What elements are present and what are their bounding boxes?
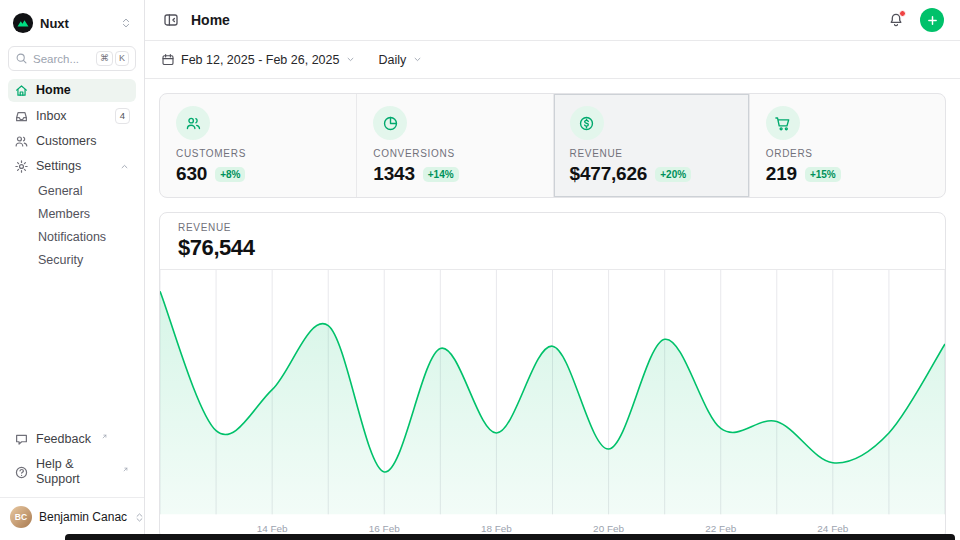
- sidebar-collapse-button[interactable]: [161, 10, 181, 30]
- search-shortcut: ⌘ K: [96, 51, 129, 66]
- stat-value: $477,626: [570, 163, 648, 185]
- sidebar-nav: Home Inbox 4 Customers Settings: [8, 79, 136, 272]
- chevrons-up-down-icon: [134, 512, 145, 523]
- header-actions: [886, 8, 944, 32]
- main-area: Home Feb 12, 2: [145, 0, 960, 540]
- sidebar-item-label: Settings: [36, 159, 81, 174]
- filter-toolbar: Feb 12, 2025 - Feb 26, 2025 Daily: [145, 41, 960, 79]
- svg-text:24 Feb: 24 Feb: [817, 523, 848, 534]
- sidebar-spacer: [8, 272, 136, 428]
- calendar-icon: [161, 53, 175, 67]
- settings-subnav: General Members Notifications Security: [8, 180, 136, 272]
- shopping-cart-icon: [766, 106, 800, 140]
- sidebar-item-general[interactable]: General: [8, 180, 136, 203]
- chart-title: REVENUE: [178, 222, 927, 233]
- chevron-down-icon: [412, 54, 423, 65]
- home-icon: [14, 83, 29, 98]
- help-circle-icon: [14, 465, 29, 480]
- notification-dot: [899, 10, 906, 17]
- stat-value: 219: [766, 163, 797, 185]
- sidebar-item-home[interactable]: Home: [8, 79, 136, 102]
- stat-card-orders[interactable]: ORDERS 219 +15%: [749, 94, 945, 197]
- k-key: K: [115, 51, 129, 66]
- sidebar-item-label: Security: [38, 253, 83, 268]
- bottom-bar: [65, 534, 955, 540]
- dashboard-app: Nuxt Search... ⌘ K Home: [0, 0, 960, 540]
- search-icon: [15, 52, 28, 65]
- content-area: CUSTOMERS 630 +8% CONVERSIONS 1343 +14%: [145, 79, 960, 540]
- svg-text:22 Feb: 22 Feb: [705, 523, 736, 534]
- svg-text:14 Feb: 14 Feb: [257, 523, 288, 534]
- panel-left-close-icon: [163, 12, 179, 28]
- gear-icon: [14, 159, 29, 174]
- chevrons-up-down-icon: [120, 17, 132, 29]
- external-link-icon: [121, 465, 130, 474]
- dollar-circle-icon: [570, 106, 604, 140]
- cmd-key: ⌘: [96, 51, 113, 66]
- sidebar-item-label: Customers: [36, 134, 96, 149]
- sidebar-item-members[interactable]: Members: [8, 203, 136, 226]
- sidebar-item-help-support[interactable]: Help & Support: [8, 453, 136, 491]
- date-range-value: Feb 12, 2025 - Feb 26, 2025: [181, 53, 339, 67]
- chart-pie-icon: [373, 106, 407, 140]
- message-bubble-icon: [14, 432, 29, 447]
- add-button[interactable]: [920, 8, 944, 32]
- sidebar-item-inbox[interactable]: Inbox 4: [8, 104, 136, 128]
- page-header: Home: [145, 0, 960, 41]
- stat-label: CUSTOMERS: [176, 148, 246, 159]
- sidebar-item-label: Notifications: [38, 230, 106, 245]
- interval-value: Daily: [378, 53, 406, 67]
- stat-change-badge: +15%: [805, 167, 841, 182]
- sidebar-footer-nav: Feedback Help & Support: [8, 428, 136, 491]
- user-menu[interactable]: BC Benjamin Canac: [0, 497, 144, 532]
- sidebar-item-label: Feedback: [36, 432, 91, 447]
- page-title: Home: [191, 12, 230, 28]
- search-placeholder: Search...: [33, 53, 79, 65]
- revenue-chart-card: REVENUE $76,544 14 Feb16 Feb18 Feb20 Feb…: [159, 212, 946, 540]
- revenue-chart: 14 Feb16 Feb18 Feb20 Feb22 Feb24 Feb: [160, 270, 945, 539]
- sidebar-item-label: Home: [36, 83, 71, 98]
- sidebar-item-label: General: [38, 184, 82, 199]
- svg-text:20 Feb: 20 Feb: [593, 523, 624, 534]
- chevron-down-icon: [345, 54, 356, 65]
- inbox-count-badge: 4: [115, 108, 130, 124]
- stat-card-conversions[interactable]: CONVERSIONS 1343 +14%: [356, 94, 552, 197]
- stat-change-badge: +20%: [655, 167, 691, 182]
- search-input[interactable]: Search... ⌘ K: [8, 46, 136, 71]
- team-switcher[interactable]: Nuxt: [8, 8, 136, 38]
- stat-label: ORDERS: [766, 148, 813, 159]
- stats-grid: CUSTOMERS 630 +8% CONVERSIONS 1343 +14%: [159, 93, 946, 198]
- plus-icon: [926, 14, 939, 27]
- users-icon: [14, 134, 29, 149]
- sidebar: Nuxt Search... ⌘ K Home: [0, 0, 145, 540]
- stat-card-customers[interactable]: CUSTOMERS 630 +8%: [160, 94, 356, 197]
- sidebar-item-security[interactable]: Security: [8, 249, 136, 272]
- sidebar-item-label: Members: [38, 207, 90, 222]
- sidebar-item-notifications[interactable]: Notifications: [8, 226, 136, 249]
- notifications-button[interactable]: [886, 10, 906, 30]
- nuxt-logo-icon: [12, 12, 34, 34]
- svg-text:18 Feb: 18 Feb: [481, 523, 512, 534]
- chevron-up-icon: [119, 161, 130, 172]
- interval-select[interactable]: Daily: [378, 53, 423, 67]
- user-name: Benjamin Canac: [39, 510, 127, 524]
- stat-label: CONVERSIONS: [373, 148, 455, 159]
- sidebar-item-settings[interactable]: Settings: [8, 155, 136, 178]
- brand-name: Nuxt: [40, 16, 69, 31]
- external-link-icon: [100, 432, 109, 441]
- stat-change-badge: +8%: [215, 167, 245, 182]
- users-icon: [176, 106, 210, 140]
- stat-change-badge: +14%: [423, 167, 459, 182]
- date-range-picker[interactable]: Feb 12, 2025 - Feb 26, 2025: [161, 53, 356, 67]
- svg-text:16 Feb: 16 Feb: [369, 523, 400, 534]
- stat-value: 630: [176, 163, 207, 185]
- inbox-icon: [14, 109, 29, 124]
- user-avatar: BC: [10, 506, 32, 528]
- sidebar-item-customers[interactable]: Customers: [8, 130, 136, 153]
- sidebar-item-feedback[interactable]: Feedback: [8, 428, 136, 451]
- stat-label: REVENUE: [570, 148, 623, 159]
- chart-current-value: $76,544: [178, 236, 927, 260]
- stat-card-revenue[interactable]: REVENUE $477,626 +20%: [553, 94, 749, 197]
- stat-value: 1343: [373, 163, 415, 185]
- chart-header: REVENUE $76,544: [160, 213, 945, 270]
